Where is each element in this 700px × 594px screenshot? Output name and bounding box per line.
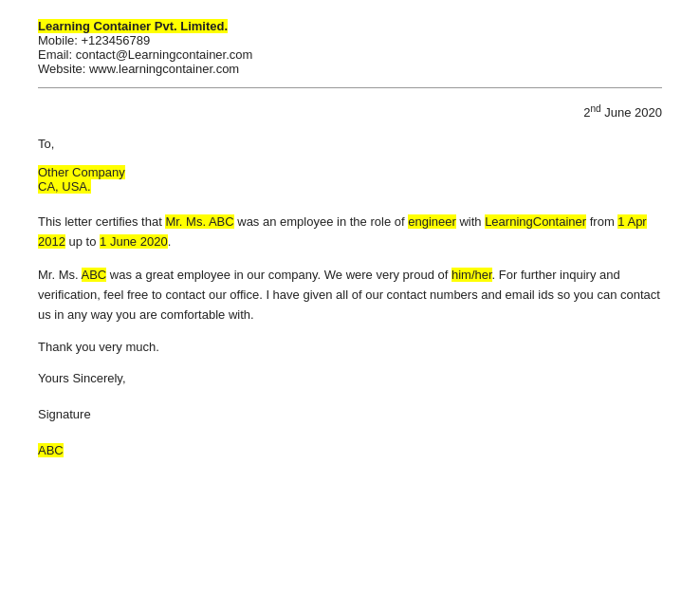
company-name: Learning Container Pvt. Limited. xyxy=(38,19,228,33)
recipient-location-line: CA, USA. xyxy=(38,179,662,194)
date-text: 2nd June 2020 xyxy=(583,105,662,120)
closing-section: Yours Sincerely, Signature ABC xyxy=(38,371,662,457)
closing-label: Yours Sincerely, xyxy=(38,371,662,385)
letter-body: This letter certifies that Mr. Ms. ABC w… xyxy=(38,213,662,358)
end-date: 1 June 2020 xyxy=(100,234,168,249)
mobile-line: Mobile: +123456789 xyxy=(38,33,662,47)
role-placeholder: engineer xyxy=(408,214,456,229)
name-placeholder-1: Mr. Ms. ABC xyxy=(165,214,233,229)
to-section: To, Other Company CA, USA. xyxy=(38,137,662,194)
thank-you-line: Thank you very much. xyxy=(38,338,662,358)
recipient-company: Other Company xyxy=(38,165,125,179)
pronoun-placeholder: him/her xyxy=(451,268,492,282)
header-divider xyxy=(38,87,662,88)
body-paragraph-2: Mr. Ms. ABC was a great employee in our … xyxy=(38,266,662,325)
letter-header: Learning Container Pvt. Limited. Mobile:… xyxy=(38,19,662,76)
recipient-location: CA, USA. xyxy=(38,179,91,194)
date-section: 2nd June 2020 xyxy=(38,103,662,120)
name-placeholder-2: ABC xyxy=(82,268,107,282)
company-placeholder-1: LearningContainer xyxy=(485,214,586,229)
email-line: Email: contact@Learningcontainer.com xyxy=(38,47,662,62)
website-line: Website: www.learningcontainer.com xyxy=(38,62,662,76)
signature-label: Signature xyxy=(38,407,662,421)
body-paragraph-1: This letter certifies that Mr. Ms. ABC w… xyxy=(38,213,662,252)
signature-name: ABC xyxy=(38,443,64,457)
to-label: To, xyxy=(38,137,662,151)
company-name-line: Learning Container Pvt. Limited. xyxy=(38,19,662,33)
recipient-company-line: Other Company xyxy=(38,165,662,179)
